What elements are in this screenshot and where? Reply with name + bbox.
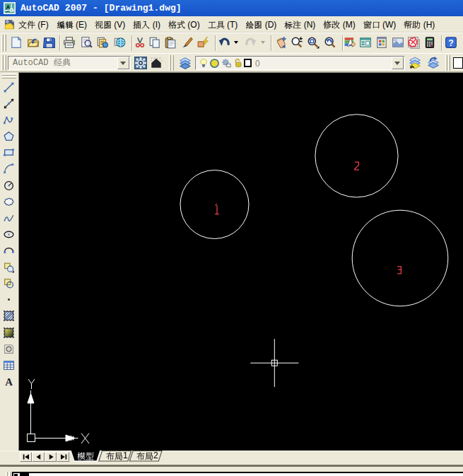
svg-text:?: ? (448, 38, 454, 48)
svg-text:A: A (5, 376, 13, 388)
